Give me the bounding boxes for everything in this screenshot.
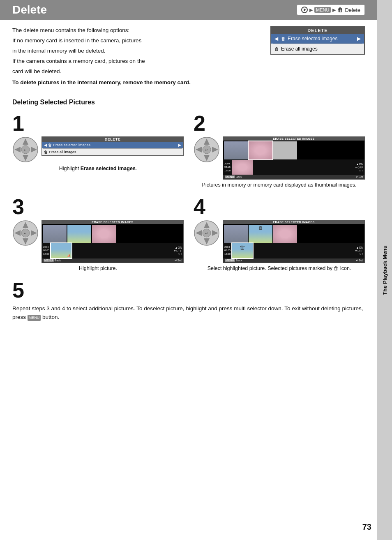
step-1-number: 1 xyxy=(12,113,184,134)
step-1-erase-all: 🗑 Erase all images xyxy=(42,149,183,155)
step3-thumb-sky xyxy=(67,225,91,243)
step-5: 5 Repeat steps 3 and 4 to select additio… xyxy=(12,279,365,322)
intro-line5: card will be deleted. xyxy=(12,67,262,76)
step4-on: ▲ON xyxy=(356,246,363,249)
step4-thumb-sky: 🗑 xyxy=(249,225,272,243)
menu-btn-4: MENU Back xyxy=(225,259,242,262)
step-2-caption: Pictures in memory or memory card displa… xyxy=(194,182,365,188)
step-1-screen: DELETE ◀ 🗑 Erase selected images ▶ 🗑 Era… xyxy=(42,136,184,156)
step1-arrow-right: ▶ xyxy=(178,143,181,147)
step1-erase-all-label: Erase all images xyxy=(49,150,76,154)
erase-selected-menu-item[interactable]: ◀ 🗑 Erase selected images ▶ xyxy=(271,34,364,44)
on-indicator: ▲ON xyxy=(356,163,363,166)
arrow-right-icon: ▶ xyxy=(357,36,361,42)
step1-erase-selected-label: Erase selected images xyxy=(53,143,90,147)
step-1: 1 ↵ DELETE ◀ 🗑 xyxy=(12,113,184,188)
step4-large-trash: 🗑 xyxy=(240,244,245,251)
step4-on-off: ▲ON ▼OFF 4/ 5 xyxy=(355,246,363,255)
thumb-count-2: 5/ 5 xyxy=(359,169,363,172)
breadcrumb-arrow2: ▶ xyxy=(332,7,336,13)
step-4-number: 4 xyxy=(194,196,365,217)
step3-thumb-person xyxy=(43,225,67,243)
step-1-caption-prefix: Highlight xyxy=(59,166,81,171)
step1-trash: 🗑 xyxy=(48,143,52,147)
step-2-number: 2 xyxy=(194,113,365,134)
step-4-content: ↵ ERASE SELECTED IMAGES 🗑 200408.0512:00 xyxy=(194,220,365,263)
on-off-controls: ▲ON ▼OFF 5/ 5 xyxy=(355,163,363,172)
step-1-content: ↵ DELETE ◀ 🗑 Erase selected images ▶ 🗑 E… xyxy=(12,136,184,163)
dpad-3: ↵ xyxy=(12,220,39,247)
intro-line4: If the camera contains a memory card, pi… xyxy=(12,57,262,66)
step-4-caption-prefix: Select highlighted picture. Selected pic… xyxy=(208,265,334,271)
step-3-number: 3 xyxy=(12,196,184,217)
svg-text:↵: ↵ xyxy=(205,148,208,152)
step4-trash-inline: 🗑 xyxy=(334,265,339,271)
delete-screen-title: DELETE xyxy=(271,27,364,34)
intro-line2: If no memory card is inserted in the cam… xyxy=(12,37,262,45)
intro-text: The delete menu contains the following o… xyxy=(12,26,262,89)
erase-all-menu-item[interactable]: 🗑 Erase all images xyxy=(271,44,364,54)
breadcrumb: ▶ MENU ▶ 🗑 Delete xyxy=(297,5,365,15)
set-btn-3: ↵Set xyxy=(175,259,182,262)
step-3-title: ERASE SELECTED IMAGES xyxy=(42,220,183,224)
step-4-caption-suffix: icon. xyxy=(340,265,351,271)
step3-on-off: ▲ON ▼OFF 4/ 5 xyxy=(173,246,182,255)
step-4-bottom: MENU Back ↵Set xyxy=(223,258,364,263)
breadcrumb-delete-icon: 🗑 xyxy=(337,7,343,13)
main-delete-screen: DELETE ◀ 🗑 Erase selected images ▶ 🗑 Era… xyxy=(270,26,365,55)
thumb-flower-large xyxy=(232,160,253,175)
menu-button-inline: MENU xyxy=(28,315,41,321)
step-2-thumb-row xyxy=(223,141,364,159)
delete-menu-ui: DELETE ◀ 🗑 Erase selected images ▶ 🗑 Era… xyxy=(270,26,365,89)
step3-sail-icon: ⛵ xyxy=(67,254,71,258)
side-tab-label: The Playback Menu xyxy=(382,245,388,295)
step-4-info: 200408.0512:00 🗑 ▲ON ▼OFF 4/ 5 xyxy=(223,243,364,258)
page-title: Delete xyxy=(12,3,47,16)
step-2-content: ↵ ERASE SELECTED IMAGES 200408.0512:00 xyxy=(194,136,365,180)
page-number: 73 xyxy=(362,522,371,532)
erase-all-label: Erase all images xyxy=(281,46,318,52)
svg-text:↵: ↵ xyxy=(24,231,27,235)
off-indicator: ▼OFF xyxy=(355,166,363,169)
erase-selected-label: Erase selected images xyxy=(288,36,337,42)
step-3-screen: ERASE SELECTED IMAGES 200408.0512:00 ⛵ ▲… xyxy=(42,220,184,263)
step4-trash-overlay: 🗑 xyxy=(258,225,263,230)
step3-thumb-flower xyxy=(92,225,116,243)
step-4-title: ERASE SELECTED IMAGES xyxy=(223,220,364,224)
intro-bold: To delete pictures in the internal memor… xyxy=(12,78,262,87)
step-1-erase-selected: ◀ 🗑 Erase selected images ▶ xyxy=(42,142,183,148)
step4-off: ▼OFF xyxy=(355,249,363,252)
breadcrumb-arrow1: ▶ xyxy=(309,7,313,13)
trash-all-icon: 🗑 xyxy=(274,46,279,51)
step3-on: ▲ON xyxy=(175,246,182,249)
thumb-gray xyxy=(273,141,297,159)
set-btn-2: ↵Set xyxy=(356,175,363,179)
step4-large-thumb: 🗑 xyxy=(232,243,253,258)
breadcrumb-delete: Delete xyxy=(345,7,360,13)
step4-count: 4/ 5 xyxy=(359,253,363,255)
step-3: 3 ↵ ERASE SELECTED IMAGES xyxy=(12,196,184,271)
step-4-screen: ERASE SELECTED IMAGES 🗑 200408.0512:00 🗑 xyxy=(223,220,365,263)
intro-section: The delete menu contains the following o… xyxy=(12,26,365,89)
menu-btn-3: MENU Back xyxy=(44,259,61,262)
set-btn-4: ↵Set xyxy=(356,259,363,262)
step3-large-thumb: ⛵ xyxy=(51,243,71,258)
side-tab: The Playback Menu xyxy=(377,0,392,540)
step-1-caption-suffix: . xyxy=(136,166,137,171)
step4-thumb-person xyxy=(224,225,248,243)
page-header: Delete ▶ MENU ▶ 🗑 Delete xyxy=(0,0,377,20)
step-3-caption: Highlight picture. xyxy=(12,265,184,271)
step-2: 2 ↵ ERASE SELECTED IMAGES xyxy=(194,113,365,188)
step-4-thumb-row: 🗑 xyxy=(223,224,364,243)
dpad-2: ↵ xyxy=(194,136,220,163)
step-3-thumb-row xyxy=(42,224,183,243)
step1-arrow-left: ◀ xyxy=(44,143,47,147)
thumb-person xyxy=(224,141,248,159)
step-4-caption: Select highlighted picture. Selected pic… xyxy=(194,265,365,271)
step-1-caption-bold: Erase selected images xyxy=(81,166,136,171)
step-5-number: 5 xyxy=(12,279,365,301)
step-2-info: 200408.0512:00 ▲ON ▼OFF 5/ 5 xyxy=(223,159,364,175)
svg-text:↵: ↵ xyxy=(24,148,27,152)
svg-text:↵: ↵ xyxy=(205,231,208,235)
step1-trash-all: 🗑 xyxy=(44,150,48,154)
